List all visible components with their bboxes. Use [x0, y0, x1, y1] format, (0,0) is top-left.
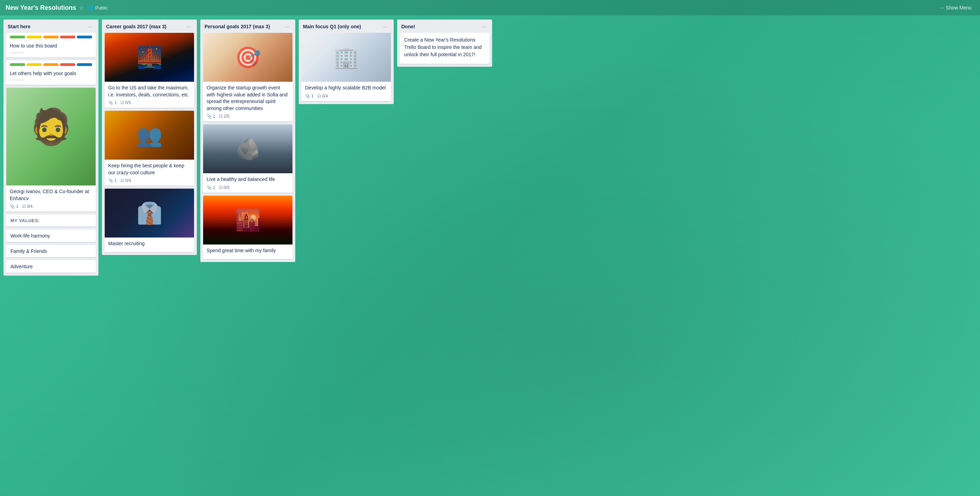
card-keep-hiring[interactable]: Keep hiring the best people & keep our c…: [105, 111, 194, 186]
card-meta-go-to-us: 📎 1 ☑ 0/5: [108, 100, 191, 105]
card-title-go-to-us: Go to the US and take the maximum, i.e. …: [108, 85, 191, 98]
card-attachments-hiring: 📎 1: [108, 178, 117, 183]
card-create-board[interactable]: Create a New Year's Resolutions Trello B…: [400, 33, 489, 64]
card-family-friends[interactable]: Family & Friends: [6, 245, 95, 257]
checklist-icon6: ☑: [317, 94, 321, 99]
list-cards-start-here: How to use this board Let others help wi…: [3, 33, 99, 276]
attachment-icon4: 📎: [207, 114, 212, 119]
attachment-icon5: 📎: [207, 185, 212, 190]
attachment-count-b2b: 1: [311, 94, 314, 99]
card-b2b-model[interactable]: Develop a highly scalable B2B model 📎 1 …: [302, 33, 391, 101]
list-cards-personal: Organize the startup growth event with h…: [200, 33, 295, 262]
card-family-time[interactable]: Spend great time with my family: [203, 196, 293, 259]
card-let-others-help[interactable]: Let others help with your goals: [6, 61, 95, 85]
card-startup-growth[interactable]: Organize the startup growth event with h…: [203, 33, 293, 121]
color-bars-let-others: [6, 61, 95, 67]
card-go-to-us[interactable]: Go to the US and take the maximum, i.e. …: [105, 33, 194, 108]
card-body-master-recruiting: Master recruiting: [105, 238, 194, 252]
color-bar-green: [10, 36, 25, 38]
card-attachments-startup: 📎 1: [207, 114, 215, 119]
checklist-count-us: 0/5: [125, 100, 131, 105]
card-master-recruiting[interactable]: Master recruiting: [105, 189, 194, 252]
list-menu-start-here[interactable]: ···: [86, 23, 94, 30]
list-title-career: Career goals 2017 (max 3): [106, 24, 167, 29]
card-body-healthy: Live a healthy and balanced life 📎 1 ☑ 0…: [203, 173, 293, 193]
checklist-icon5: ☑: [219, 185, 223, 190]
color-bars-how-to-use: [6, 33, 95, 40]
color-bar-yellow2: [27, 63, 42, 66]
card-work-life[interactable]: Work-life harmony: [6, 230, 95, 242]
list-title-start-here: Start here: [8, 24, 30, 29]
card-adventure[interactable]: Adventure: [6, 260, 95, 273]
list-header-done: Done! ···: [397, 19, 492, 33]
card-checklist-healthy: ☑ 0/5: [219, 185, 230, 190]
board-container: Start here ··· How to use this board: [0, 15, 980, 496]
list-title-done: Done!: [401, 24, 415, 29]
card-desc-lines: [10, 52, 92, 55]
card-image-office: [302, 33, 391, 82]
card-checklist-b2b: ☑ 0/4: [317, 94, 328, 99]
attachment-icon3: 📎: [108, 178, 113, 183]
list-header-career: Career goals 2017 (max 3) ···: [102, 19, 197, 33]
list-title-personal: Personal goals 2017 (max 3): [205, 24, 270, 29]
checklist-icon2: ☑: [120, 100, 124, 105]
card-body-b2b: Develop a highly scalable B2B model 📎 1 …: [302, 82, 391, 101]
card-body-georgi: Georgi Ivanov, CEO & Co-founder at Enhan…: [6, 185, 95, 212]
attachment-count-hiring: 1: [115, 178, 117, 183]
card-desc-lines2: [10, 79, 92, 82]
color-bar-yellow: [27, 36, 42, 38]
list-header-main-focus: Main focus Q1 (only one) ···: [299, 19, 394, 33]
card-attachments-b2b: 📎 1: [305, 94, 314, 99]
card-body-keep-hiring: Keep hiring the best people & keep our c…: [105, 159, 194, 186]
card-attachments-healthy: 📎 1: [207, 185, 215, 190]
color-bar-red: [60, 36, 75, 38]
checklist-count-healthy: 0/5: [224, 185, 230, 190]
card-meta-hiring: 📎 1 ☑ 0/4: [108, 178, 191, 183]
my-values-label: MY VALUES:: [6, 214, 95, 227]
list-header-personal: Personal goals 2017 (max 3) ···: [200, 19, 295, 33]
board-title: New Year's Resolutions: [6, 4, 76, 11]
checklist-icon4: ☑: [219, 114, 223, 119]
card-meta-b2b: 📎 1 ☑ 0/4: [305, 94, 387, 99]
card-image-team: [105, 189, 194, 238]
card-healthy-life[interactable]: Live a healthy and balanced life 📎 1 ☑ 0…: [203, 124, 293, 193]
app-header: New Year's Resolutions ☆ 🌐 Public ··· Sh…: [0, 0, 980, 15]
checklist-count-b2b: 0/4: [322, 94, 328, 99]
checklist-count-georgi: 0/4: [27, 204, 33, 209]
list-cards-career: Go to the US and take the maximum, i.e. …: [102, 33, 197, 255]
card-title-startup: Organize the startup growth event with h…: [207, 85, 289, 112]
card-title-keep-hiring: Keep hiring the best people & keep our c…: [108, 163, 191, 176]
show-menu-button[interactable]: ··· Show Menu: [937, 3, 974, 12]
list-career-goals: Career goals 2017 (max 3) ··· Go to the …: [102, 19, 197, 255]
star-icon[interactable]: ☆: [79, 5, 84, 11]
card-title-let-others: Let others help with your goals: [10, 70, 92, 77]
attachment-count-healthy: 1: [213, 185, 215, 190]
list-header-start-here: Start here ···: [3, 19, 99, 33]
card-how-to-use[interactable]: How to use this board: [6, 33, 95, 57]
list-menu-personal[interactable]: ···: [283, 23, 291, 30]
checklist-count-startup: 2/5: [224, 114, 230, 119]
attachment-count-startup: 1: [213, 114, 215, 119]
list-menu-main-focus[interactable]: ···: [381, 23, 390, 30]
card-image-sunset: [203, 196, 293, 244]
list-done: Done! ··· Create a New Year's Resolution…: [397, 19, 492, 67]
list-menu-career[interactable]: ···: [184, 23, 192, 30]
desc-line: [10, 53, 24, 53]
card-body-family-time: Spend great time with my family: [203, 244, 293, 259]
card-title-georgi: Georgi Ivanov, CEO & Co-founder at Enhan…: [10, 188, 92, 202]
card-georgi[interactable]: Georgi Ivanov, CEO & Co-founder at Enhan…: [6, 88, 95, 212]
color-bar-blue: [77, 36, 92, 38]
checklist-icon3: ☑: [120, 178, 124, 183]
card-checklist-us: ☑ 0/5: [120, 100, 131, 105]
card-title-how-to-use: How to use this board: [10, 43, 92, 49]
list-menu-done[interactable]: ···: [479, 23, 488, 30]
card-meta-startup: 📎 1 ☑ 2/5: [207, 114, 289, 119]
card-checklist-georgi: ☑ 0/4: [22, 204, 33, 209]
list-cards-main-focus: Develop a highly scalable B2B model 📎 1 …: [299, 33, 394, 104]
card-title-work-life: Work-life harmony: [11, 233, 50, 239]
list-main-focus: Main focus Q1 (only one) ··· Develop a h…: [299, 19, 394, 104]
card-title-family-friends: Family & Friends: [11, 248, 47, 254]
card-image-presentation: [203, 33, 293, 82]
card-title-b2b: Develop a highly scalable B2B model: [305, 85, 387, 91]
card-title-create-board: Create a New Year's Resolutions Trello B…: [404, 36, 485, 58]
